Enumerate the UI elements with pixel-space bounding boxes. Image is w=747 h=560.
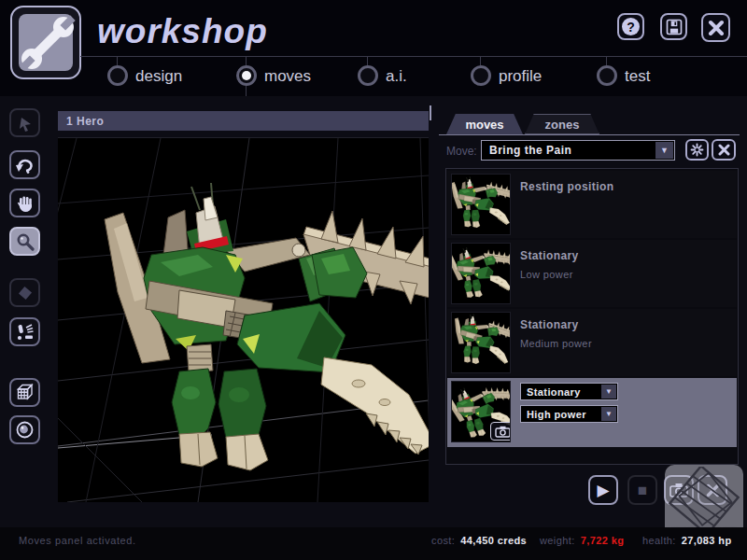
camera-icon <box>495 426 511 438</box>
exclaim-rays-icon <box>15 322 35 343</box>
health-stat: health:27,083 hp <box>642 535 732 546</box>
rotate-tool-button[interactable] <box>9 150 40 179</box>
panel-tab-underline <box>439 134 740 135</box>
radio-icon <box>107 65 128 86</box>
move-row-stationary-high-selected[interactable]: Stationary ▼ High power ▼ <box>447 378 737 447</box>
floppy-disk-icon <box>665 18 684 36</box>
app-logo <box>10 6 81 79</box>
panel-divider <box>430 105 431 120</box>
status-bar: Moves panel activated. cost:44,450 creds… <box>0 527 747 560</box>
status-message: Moves panel activated. <box>19 535 136 546</box>
tab-test[interactable]: test <box>597 56 718 96</box>
move-thumbnail <box>451 243 511 304</box>
orbit-tool-button[interactable] <box>9 415 40 444</box>
radio-icon <box>597 65 617 86</box>
hand-icon <box>16 194 35 213</box>
magnifier-icon <box>16 232 35 251</box>
help-button[interactable]: ? <box>617 13 644 40</box>
app-title: workshop <box>97 12 268 51</box>
move-thumbnail <box>451 312 511 373</box>
wireframe-cube-icon <box>15 383 35 402</box>
move-thumbnail <box>451 174 511 235</box>
camera-button[interactable] <box>664 475 694 505</box>
move-row-resting[interactable]: Resting position <box>447 171 737 238</box>
save-button[interactable] <box>660 13 687 40</box>
chevron-down-icon[interactable]: ▼ <box>601 407 616 421</box>
power-dropdown[interactable]: High power ▼ <box>520 405 618 423</box>
wireframe-tool-button[interactable] <box>9 378 40 407</box>
stop-icon: ■ <box>638 483 647 498</box>
chevron-down-icon[interactable]: ▼ <box>655 142 673 159</box>
delete-move-button[interactable] <box>712 139 736 161</box>
chevron-down-icon[interactable]: ▼ <box>601 385 616 399</box>
close-icon <box>708 20 725 36</box>
panel-tab-zones[interactable]: zones <box>525 114 599 134</box>
tab-design[interactable]: design <box>107 56 229 96</box>
region-tool-button[interactable] <box>9 278 40 307</box>
diamond-icon <box>16 284 35 302</box>
asterisk-icon <box>690 143 704 157</box>
close-window-button[interactable] <box>701 13 730 42</box>
move-row-stationary-low[interactable]: Stationary Low power <box>447 240 737 307</box>
question-icon: ? <box>622 18 640 35</box>
close-panel-button[interactable] <box>698 475 727 505</box>
move-thumbnail <box>451 381 511 442</box>
new-move-button[interactable] <box>685 139 709 161</box>
3d-viewport[interactable] <box>58 137 429 501</box>
radio-selected-icon <box>236 65 257 86</box>
play-icon: ▶ <box>597 483 609 498</box>
animate-tool-button[interactable] <box>9 317 40 346</box>
stop-button[interactable]: ■ <box>627 475 657 505</box>
select-tool-button[interactable] <box>9 108 40 137</box>
app-header: workshop ? design moves <box>0 0 747 96</box>
pan-tool-button[interactable] <box>9 189 40 217</box>
cursor-arrow-icon <box>16 114 35 133</box>
pose-dropdown[interactable]: Stationary ▼ <box>520 383 618 400</box>
tab-moves[interactable]: moves <box>236 56 358 96</box>
bot-name-label: 1 Hero <box>66 115 104 128</box>
radio-icon <box>358 65 378 86</box>
close-icon <box>706 483 720 497</box>
camera-icon <box>669 483 688 497</box>
panel-tab-moves[interactable]: moves <box>446 114 523 134</box>
cost-stat: cost:44,450 creds <box>431 535 527 546</box>
close-icon <box>718 144 730 156</box>
wrench-icon <box>19 14 73 71</box>
robot-scene <box>58 138 429 502</box>
move-selector-label: Move: <box>446 145 477 158</box>
rotate-arrow-icon <box>15 156 35 175</box>
move-row-stationary-medium[interactable]: Stationary Medium power <box>447 309 737 376</box>
viewport-title-bar: 1 Hero <box>58 111 429 131</box>
weight-stat: weight:7,722 kg <box>540 535 624 546</box>
radio-icon <box>471 65 491 86</box>
move-dropdown-value: Bring the Pain <box>489 144 571 157</box>
orb-eye-icon <box>15 420 35 440</box>
tab-profile[interactable]: profile <box>471 56 592 96</box>
capture-pose-button[interactable] <box>490 422 511 441</box>
play-button[interactable]: ▶ <box>588 475 618 505</box>
moves-list: Resting position Stationary Low power St… <box>445 168 739 465</box>
tab-ai[interactable]: a.i. <box>358 56 479 96</box>
zoom-tool-button[interactable] <box>9 227 40 256</box>
move-dropdown[interactable]: Bring the Pain ▼ <box>481 140 675 161</box>
workshop-window: workshop ? design moves <box>0 0 747 560</box>
